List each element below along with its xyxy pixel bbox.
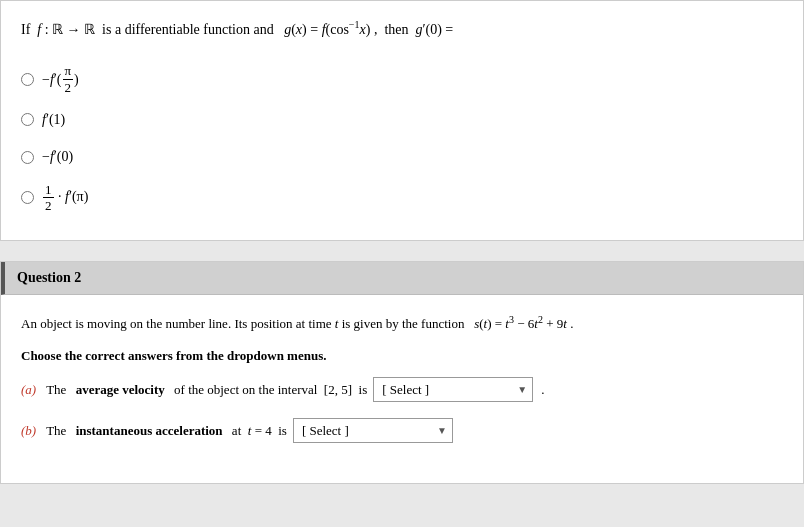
part-b-label: (b) [21,423,36,439]
question2-header: Question 2 [1,262,803,295]
part-a-dot: . [541,382,544,398]
question1-section: If f : ℝ → ℝ is a differentiable functio… [0,0,804,241]
question1-statement: If f : ℝ → ℝ is a differentiable functio… [21,17,783,41]
question2-section: Question 2 An object is moving on the nu… [0,261,804,485]
option-radio-1[interactable] [21,73,34,86]
question2-heading: Question 2 [17,270,81,285]
option-text-3: −f′(0) [42,144,73,169]
part-b-select[interactable]: [ Select ] 12 15 6 18 [293,418,453,443]
part-b-row: (b) The instantaneous acceleration at t … [21,418,783,443]
part-b-text-after: at t = 4 is [232,423,287,439]
option-radio-3[interactable] [21,151,34,164]
part-a-select[interactable]: [ Select ] 6 9 12 3 [373,377,533,402]
option-text-4: 1 2 · f′(π) [42,182,88,214]
part-b-select-wrapper: [ Select ] 12 15 6 18 [293,418,453,443]
section-gap [0,241,804,261]
part-a-text-before: The [46,382,66,398]
choose-instruction: Choose the correct answers from the drop… [21,345,783,367]
options-list: −f′( π 2 ) f′(1) −f′ [21,57,783,220]
option-text-2: f′(1) [42,107,65,132]
part-a-select-wrapper: [ Select ] 6 9 12 3 [373,377,533,402]
option-radio-4[interactable] [21,191,34,204]
part-a-bold: average velocity [72,382,168,398]
option-radio-2[interactable] [21,113,34,126]
part-b-bold: instantaneous acceleration [72,423,225,439]
page-container: If f : ℝ → ℝ is a differentiable functio… [0,0,804,484]
option-item-3: −f′(0) [21,138,783,175]
option-text-1: −f′( π 2 ) [42,63,79,95]
option-item-1: −f′( π 2 ) [21,57,783,101]
part-b-text-before: The [46,423,66,439]
question2-body: An object is moving on the number line. … [1,295,803,484]
part-a-label: (a) [21,382,36,398]
option-item-4: 1 2 · f′(π) [21,176,783,220]
part-a-row: (a) The average velocity of the object o… [21,377,783,402]
part-a-text-after: of the object on the interval [2, 5] is [174,382,367,398]
question2-statement: An object is moving on the number line. … [21,311,783,335]
option-item-2: f′(1) [21,101,783,138]
